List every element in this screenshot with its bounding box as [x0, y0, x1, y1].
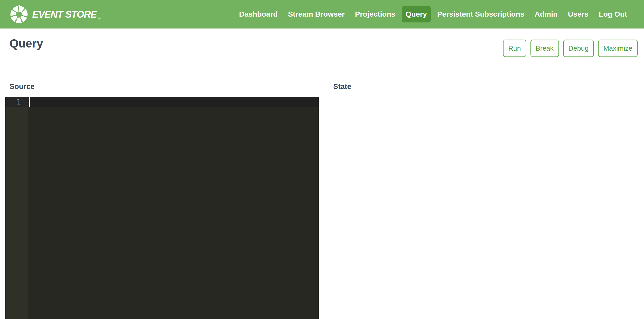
source-label: Source [10, 82, 319, 91]
nav-item-dashboard[interactable]: Dashboard [235, 6, 281, 22]
nav-item-log-out[interactable]: Log Out [595, 6, 631, 22]
state-content [324, 97, 638, 319]
nav-item-query[interactable]: Query [402, 6, 431, 22]
nav-item-persistent-subscriptions[interactable]: Persistent Subscriptions [434, 6, 528, 22]
top-navbar: EVENT STORE ® Dashboard Stream Browser P… [0, 0, 644, 28]
nav-item-users[interactable]: Users [564, 6, 592, 22]
line-number: 1 [5, 97, 28, 107]
brand-trademark: ® [98, 17, 101, 21]
nav-item-projections[interactable]: Projections [351, 6, 399, 22]
editor-gutter: 1 [5, 97, 28, 319]
debug-button[interactable]: Debug [563, 40, 594, 57]
run-button[interactable]: Run [503, 40, 526, 57]
break-button[interactable]: Break [530, 40, 559, 57]
maximize-button[interactable]: Maximize [598, 40, 638, 57]
state-panel: State [324, 82, 638, 319]
event-store-logo-icon [10, 5, 29, 24]
editor-active-line [28, 97, 319, 107]
nav-item-stream-browser[interactable]: Stream Browser [284, 6, 349, 22]
content-columns: Source 1 State [0, 82, 644, 319]
nav-item-admin[interactable]: Admin [531, 6, 561, 22]
state-label: State [333, 82, 638, 91]
source-panel: Source 1 [5, 82, 319, 319]
query-source-editor[interactable]: 1 [5, 97, 319, 319]
page-title: Query [10, 37, 43, 50]
brand[interactable]: EVENT STORE ® [10, 5, 101, 24]
page-header: Query Run Break Debug Maximize [0, 37, 644, 57]
editor-content[interactable] [28, 97, 319, 319]
brand-name: EVENT STORE [32, 9, 97, 19]
main-nav: Dashboard Stream Browser Projections Que… [235, 6, 631, 22]
text-cursor [29, 97, 30, 107]
query-actions: Run Break Debug Maximize [503, 40, 638, 57]
